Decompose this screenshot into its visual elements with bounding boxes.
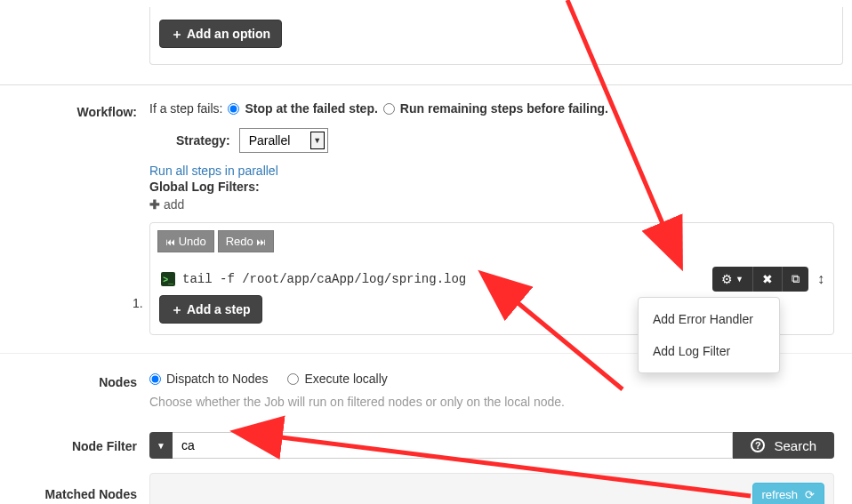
menu-add-log-filter[interactable]: Add Log Filter — [639, 335, 779, 367]
add-filter-button[interactable]: ✚ add — [149, 197, 184, 212]
refresh-button[interactable]: refresh ⟳ — [752, 483, 824, 504]
step-delete-button[interactable]: ✖ — [752, 267, 782, 292]
gear-icon: ⚙ — [721, 272, 733, 286]
add-step-button[interactable]: ＋ Add a step — [159, 295, 262, 324]
undo-button[interactable]: ⏮ Undo — [157, 230, 214, 252]
step-number: 1. — [133, 296, 143, 310]
run-remaining-label: Run remaining steps before failing. — [400, 101, 608, 116]
refresh-icon: ⟳ — [805, 488, 815, 503]
node-filter-input[interactable] — [173, 432, 733, 459]
step-forward-icon: ⏭ — [256, 236, 266, 247]
close-icon: ✖ — [762, 272, 773, 286]
stop-label: Stop at the failed step. — [245, 101, 377, 116]
filter-dropdown-toggle[interactable]: ▼ — [149, 432, 173, 459]
step-copy-button[interactable]: ⧉ — [782, 267, 808, 292]
dispatch-radio[interactable] — [149, 373, 161, 385]
plus-icon: ＋ — [171, 303, 183, 316]
add-option-button[interactable]: ＋ Add an option — [159, 20, 282, 48]
menu-add-error-handler[interactable]: Add Error Handler — [639, 303, 779, 335]
add-option-label: Add an option — [187, 26, 270, 42]
copy-icon: ⧉ — [792, 272, 800, 286]
terminal-icon: >_ — [161, 272, 175, 286]
add-filter-label: add — [164, 197, 184, 212]
nodes-label: Nodes — [9, 372, 149, 389]
plus-icon: ＋ — [171, 28, 183, 40]
dispatch-help: Choose whether the Job will run on filte… — [149, 395, 834, 409]
dispatch-option[interactable]: Dispatch to Nodes — [149, 372, 268, 386]
options-panel: ＋ Add an option — [149, 7, 843, 65]
step-back-icon: ⏮ — [165, 236, 175, 247]
strategy-label: Strategy: — [176, 133, 230, 148]
run-remaining-option[interactable]: Run remaining steps before failing. — [383, 101, 608, 116]
step-command: tail -f /root/app/caApp/log/spring.log — [182, 272, 466, 286]
steps-panel: ⏮ Undo Redo ⏭ 1. >_ tail -f /root/app/ca… — [149, 222, 834, 335]
dispatch-label: Dispatch to Nodes — [166, 372, 268, 386]
matched-nodes-panel: refresh ⟳ — [149, 473, 834, 504]
drag-handle-icon[interactable]: ↕ — [817, 271, 824, 287]
stop-option[interactable]: Stop at the failed step. — [228, 101, 377, 116]
caret-down-icon: ▼ — [735, 275, 743, 284]
execute-locally-radio[interactable] — [287, 373, 299, 385]
plus-icon: ✚ — [149, 198, 160, 211]
step-gear-menu: Add Error Handler Add Log Filter — [638, 297, 780, 373]
add-step-label: Add a step — [187, 301, 251, 317]
search-button[interactable]: ? Search — [733, 432, 834, 459]
step-gear-button[interactable]: ⚙ ▼ — [712, 267, 752, 292]
redo-label: Redo — [226, 235, 253, 248]
strategy-select[interactable]: Parallel — [239, 128, 328, 153]
undo-label: Undo — [179, 235, 206, 248]
if-step-fails-label: If a step fails: — [149, 101, 222, 116]
execute-locally-option[interactable]: Execute locally — [287, 372, 387, 386]
redo-button[interactable]: Redo ⏭ — [218, 230, 275, 252]
question-icon: ? — [751, 438, 765, 452]
step-row[interactable]: >_ tail -f /root/app/caApp/log/spring.lo… — [150, 260, 833, 295]
run-remaining-radio[interactable] — [383, 103, 395, 115]
node-filter-label: Node Filter — [9, 432, 149, 453]
workflow-label: Workflow: — [9, 101, 149, 119]
parallel-link[interactable]: Run all steps in parallel — [149, 164, 278, 178]
execute-locally-label: Execute locally — [304, 372, 387, 386]
matched-nodes-label: Matched Nodes — [9, 473, 149, 501]
refresh-label: refresh — [762, 488, 798, 503]
stop-radio[interactable] — [228, 103, 239, 115]
global-log-filters-label: Global Log Filters: — [149, 180, 834, 194]
search-label: Search — [774, 438, 816, 453]
caret-down-icon: ▼ — [157, 441, 165, 451]
